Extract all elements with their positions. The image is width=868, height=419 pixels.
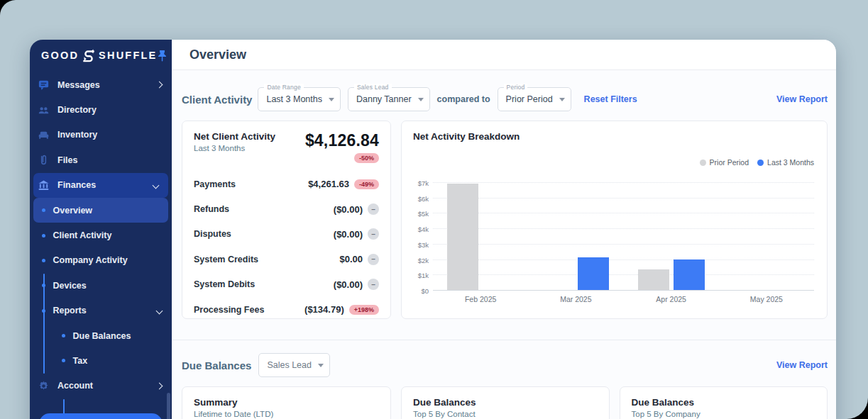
chart-x-label: Apr 2025	[624, 295, 719, 303]
sidebar-item-label: Files	[57, 155, 78, 165]
due-balances-view-report-link[interactable]: View Report	[776, 360, 828, 370]
net-activity-total: $4,126.84	[305, 131, 379, 150]
chart-y-tick: $0	[421, 287, 429, 295]
tree-dot	[42, 309, 45, 313]
paperclip-icon	[37, 154, 50, 167]
chart-bar	[447, 184, 478, 290]
logo-word-good: GOOD	[41, 50, 79, 61]
sales-lead-select[interactable]: Sales Lead Danny Tanner	[348, 87, 430, 111]
summary-card-subtitle: Last 3 Months	[194, 144, 275, 152]
sidebar-item-overview[interactable]: Overview	[33, 198, 168, 223]
legend-item[interactable]: Last 3 Months	[757, 158, 814, 167]
date-range-value: Last 3 Months	[266, 94, 322, 104]
date-range-select[interactable]: Date Range Last 3 Months	[258, 87, 341, 111]
desktop-background: GOOD SHUFFLE Messages	[0, 0, 868, 419]
legend-item[interactable]: Prior Period	[700, 158, 749, 167]
sidebar-item-files[interactable]: Files	[30, 147, 172, 172]
sidebar-item-company-activity[interactable]: Company Activity	[30, 248, 172, 273]
sidebar-item-directory[interactable]: Directory	[30, 97, 172, 122]
summary-row-badge: –	[368, 228, 379, 240]
chart-bar	[638, 269, 669, 290]
sidebar-item-client-activity[interactable]: Client Activity	[30, 223, 172, 247]
summary-ltd-card: Summary Lifetime to Date (LTD)	[182, 386, 391, 419]
dropdown-arrow-icon	[559, 98, 565, 101]
gear-icon	[37, 379, 50, 392]
sidebar-item-label: Overview	[53, 206, 93, 216]
chevron-right-icon	[156, 82, 163, 89]
sidebar-scrollbar[interactable]	[167, 393, 170, 419]
tree-dot	[42, 259, 45, 262]
chart-plot-area: $7k$6k$5k$4k$3k$2k$1k$0	[433, 182, 814, 290]
chart-gridline: $0	[433, 290, 814, 291]
sidebar-item-label: Finances	[57, 180, 96, 190]
summary-row-badge: +198%	[349, 305, 379, 315]
main-content: Overview Client Activity Date Range Last…	[172, 40, 836, 419]
summary-row-label: Payments	[194, 179, 236, 189]
chart-bar	[578, 257, 609, 290]
people-icon	[37, 104, 50, 116]
legend-label: Prior Period	[710, 158, 749, 167]
sidebar-item-reports[interactable]: Reports	[30, 298, 172, 323]
summary-row-system-credits: System Credits $0.00–	[194, 247, 379, 272]
legend-dot-icon	[700, 160, 706, 166]
logo: GOOD SHUFFLE	[30, 40, 172, 71]
summary-row-badge: –	[368, 254, 379, 265]
reset-filters-link[interactable]: Reset Filters	[584, 94, 637, 104]
card-title: Due Balances	[413, 397, 598, 408]
sidebar-item-due-balances[interactable]: Due Balances	[30, 323, 172, 348]
period-value: Prior Period	[506, 94, 553, 104]
section-divider	[172, 340, 836, 340]
tree-dot	[42, 234, 45, 238]
summary-rows: Payments $4,261.63-49% Refunds ($0.00)– …	[194, 172, 379, 322]
sidebar-item-label: Tax	[73, 356, 88, 366]
summary-row-value: ($0.00)	[334, 204, 363, 215]
chart-y-tick: $5k	[418, 210, 429, 218]
app-window: GOOD SHUFFLE Messages	[30, 40, 836, 419]
tree-dot	[42, 208, 45, 212]
tree-dot	[42, 284, 45, 287]
compared-to-text: compared to	[437, 94, 490, 104]
sidebar-item-tax[interactable]: Tax	[30, 348, 172, 373]
due-balances-by-contact-card: Due Balances Top 5 By Contact	[401, 386, 610, 419]
content-area: Client Activity Date Range Last 3 Months…	[172, 70, 836, 419]
chart-bar-group	[528, 182, 623, 290]
chart-y-tick: $2k	[418, 256, 429, 264]
sidebar-item-label: Account	[57, 381, 93, 391]
due-balances-sales-lead-select[interactable]: Sales Lead	[258, 353, 330, 377]
chart-bar-group	[719, 182, 814, 290]
summary-row-value: ($0.00)	[334, 229, 363, 240]
net-activity-chart: $7k$6k$5k$4k$3k$2k$1k$0 Feb 2025Mar 2025…	[413, 182, 814, 303]
chart-x-axis: Feb 2025Mar 2025Apr 2025May 2025	[433, 295, 814, 303]
sidebar-item-messages[interactable]: Messages	[30, 72, 172, 97]
chevron-down-icon	[153, 181, 160, 189]
summary-row-payments: Payments $4,261.63-49%	[194, 172, 379, 196]
shuffle-s-icon	[82, 48, 96, 62]
dropdown-arrow-icon	[418, 98, 424, 101]
dropdown-arrow-icon	[329, 98, 334, 101]
view-report-link[interactable]: View Report	[776, 94, 828, 104]
summary-row-refunds: Refunds ($0.00)–	[194, 196, 379, 221]
pin-icon[interactable]	[157, 50, 167, 62]
sidebar-item-label: Reports	[53, 306, 87, 315]
chat-icon	[37, 79, 50, 91]
sales-lead-value: Danny Tanner	[356, 94, 412, 104]
chart-title: Net Activity Breakdown	[413, 131, 815, 142]
sidebar-item-account[interactable]: Account	[30, 374, 172, 398]
tree-dot	[62, 334, 65, 337]
due-balances-by-company-card: Due Balances Top 5 By Company	[620, 386, 828, 419]
chart-y-tick: $7k	[418, 179, 429, 187]
summary-row-value: ($134.79)	[304, 304, 344, 315]
chart-bar	[674, 259, 705, 290]
sidebar-item-inventory[interactable]: Inventory	[30, 123, 172, 147]
card-title: Summary	[194, 397, 379, 408]
sidebar-bottom-button[interactable]	[39, 413, 163, 419]
sidebar-item-finances[interactable]: Finances	[33, 173, 168, 198]
sidebar-item-devices[interactable]: Devices	[30, 273, 172, 298]
legend-label: Last 3 Months	[767, 158, 814, 167]
page-title: Overview	[189, 48, 246, 62]
chart-bar-group	[433, 182, 528, 290]
logo-word-shuffle: SHUFFLE	[99, 50, 157, 61]
summary-card-title: Net Client Activity	[194, 131, 275, 142]
date-range-label: Date Range	[264, 84, 303, 91]
period-select[interactable]: Period Prior Period	[498, 87, 571, 111]
